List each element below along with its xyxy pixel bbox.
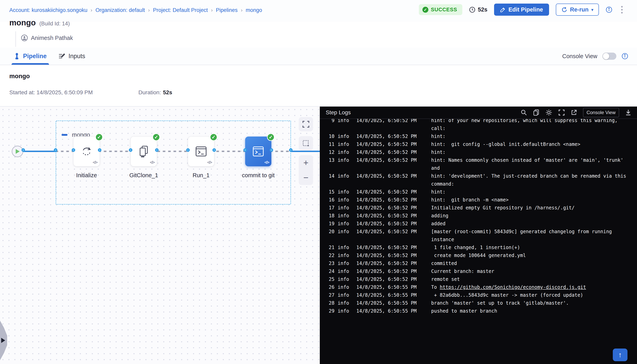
breadcrumb-link[interactable]: mongo bbox=[246, 7, 262, 13]
log-row: 11info14/8/2025, 6:50:52 PMhint: git con… bbox=[320, 140, 637, 148]
status-text: SUCCESS bbox=[431, 6, 457, 13]
log-level: info bbox=[334, 291, 356, 299]
pipeline-execution-page: Account: kurosakiichigo.songoku›Organiza… bbox=[0, 0, 637, 364]
canvas-fullscreen-button[interactable] bbox=[299, 117, 313, 132]
info-icon[interactable] bbox=[606, 6, 612, 13]
breadcrumb-link[interactable]: Account: kurosakiichigo.songoku bbox=[9, 7, 87, 13]
log-message: hint: git config --global init.defaultBr… bbox=[431, 140, 637, 148]
code-icon: </> bbox=[207, 160, 212, 165]
edit-pipeline-button[interactable]: Edit Pipeline bbox=[494, 4, 549, 16]
rerun-icon bbox=[561, 7, 567, 13]
rerun-button[interactable]: Re-run ▾ bbox=[556, 4, 599, 16]
step-success-badge: ✓ bbox=[152, 133, 160, 141]
tab-inputs[interactable]: Inputs bbox=[58, 48, 85, 65]
log-line-number: 20 bbox=[320, 228, 334, 244]
console-view-toggle[interactable] bbox=[602, 52, 616, 60]
log-message: Initialized empty Git repository in /har… bbox=[431, 204, 637, 212]
breadcrumb-link[interactable]: Pipelines bbox=[216, 7, 238, 13]
log-row: 12info14/8/2025, 6:50:52 PMhint: bbox=[320, 148, 637, 156]
log-settings-button[interactable] bbox=[545, 109, 552, 116]
log-message: hint: 'development'. The just-created br… bbox=[431, 172, 637, 188]
user-avatar-icon bbox=[21, 34, 28, 41]
connector-port bbox=[186, 148, 190, 152]
log-download-button[interactable] bbox=[625, 109, 632, 116]
log-open-new-tab-button[interactable] bbox=[571, 109, 577, 116]
log-row: 15info14/8/2025, 6:50:52 PMhint: bbox=[320, 188, 637, 196]
log-level: info bbox=[334, 244, 356, 252]
top-actions: ✓ SUCCESS 52s Edit Pipeline Re-run ▾ bbox=[419, 4, 625, 16]
console-view-button[interactable]: Console View bbox=[583, 108, 619, 117]
tab-inputs-label: Inputs bbox=[68, 52, 85, 60]
log-level: info bbox=[334, 172, 356, 188]
step-node-initialize[interactable]: </>✓ bbox=[74, 136, 100, 166]
download-icon bbox=[625, 109, 632, 116]
zoom-out-button[interactable]: − bbox=[299, 170, 313, 185]
connector-solid-start bbox=[23, 151, 57, 152]
success-check-icon: ✓ bbox=[422, 7, 428, 13]
breadcrumb-link[interactable]: Project: Default Project bbox=[153, 7, 208, 13]
canvas-select-button[interactable] bbox=[299, 136, 313, 150]
breadcrumb-link[interactable]: Organization: default bbox=[96, 7, 145, 13]
log-timestamp: 14/8/2025, 6:50:55 PM bbox=[356, 307, 431, 315]
step-node-gitclone_1[interactable]: </>✓ bbox=[130, 136, 157, 166]
log-line-number: 17 bbox=[320, 204, 334, 212]
scroll-to-top-button[interactable]: ↑ bbox=[613, 348, 628, 361]
author-name: Animesh Pathak bbox=[31, 35, 73, 41]
duration-label: Duration: bbox=[138, 89, 161, 96]
connector-port bbox=[54, 148, 57, 152]
step-node-run_1[interactable]: </>✓ bbox=[188, 136, 214, 166]
log-row: 13info14/8/2025, 6:50:52 PMhint: Names c… bbox=[320, 156, 637, 172]
log-timestamp: 14/8/2025, 6:50:52 PM bbox=[356, 156, 431, 172]
tab-bar: Pipeline Inputs Console View bbox=[0, 48, 637, 65]
top-header: Account: kurosakiichigo.songoku›Organiza… bbox=[0, 0, 637, 22]
pipeline-start-node[interactable] bbox=[12, 146, 23, 157]
log-search-button[interactable] bbox=[521, 109, 527, 116]
external-link-icon bbox=[571, 109, 577, 116]
log-row: 18info14/8/2025, 6:50:52 PMadding bbox=[320, 212, 637, 220]
log-message: create mode 100644 generated.yml bbox=[431, 252, 637, 260]
log-timestamp: 14/8/2025, 6:50:52 PM bbox=[356, 252, 431, 260]
log-copy-button[interactable] bbox=[533, 109, 539, 116]
pipeline-icon bbox=[14, 53, 20, 60]
step-node-commit-to-git[interactable]: </>✓ bbox=[245, 136, 271, 166]
log-message: adding bbox=[431, 212, 637, 220]
log-row: 28info14/8/2025, 6:50:55 PMbranch 'maste… bbox=[320, 299, 637, 307]
author-block: Animesh Pathak bbox=[16, 31, 73, 47]
git-clone-icon bbox=[138, 146, 149, 158]
log-level: info bbox=[334, 204, 356, 212]
connector-port bbox=[289, 148, 292, 152]
log-timestamp: 14/8/2025, 6:50:52 PM bbox=[356, 275, 431, 283]
breadcrumb: Account: kurosakiichigo.songoku›Organiza… bbox=[9, 7, 262, 13]
log-line-number: 11 bbox=[320, 140, 334, 148]
code-icon: </> bbox=[264, 160, 269, 165]
more-options-menu[interactable] bbox=[619, 5, 625, 15]
terminal-icon bbox=[252, 146, 264, 157]
log-repo-link[interactable]: https://github.com/Sonichigo/economy-dis… bbox=[440, 284, 586, 290]
log-message: hint: bbox=[431, 188, 637, 196]
step-logs-title: Step Logs bbox=[326, 109, 351, 116]
duration-value: 52s bbox=[478, 6, 487, 13]
log-level: info bbox=[334, 119, 356, 132]
console-view-info-icon[interactable] bbox=[622, 53, 628, 60]
log-line-number: 22 bbox=[320, 252, 334, 260]
log-message: committed bbox=[431, 260, 637, 267]
log-output[interactable]: 9info14/8/2025, 6:50:52 PMhint: of your … bbox=[320, 119, 637, 364]
log-line-number: 29 bbox=[320, 307, 334, 315]
zoom-in-button[interactable]: + bbox=[299, 155, 313, 170]
log-level: info bbox=[334, 140, 356, 148]
tab-pipeline[interactable]: Pipeline bbox=[14, 48, 47, 65]
pipeline-canvas[interactable]: mongo </>✓Initialize</>✓GitClone_1</>✓Ru… bbox=[0, 106, 320, 364]
collapse-stage-icon[interactable] bbox=[62, 134, 68, 136]
log-message: 1 file changed, 1 insertion(+) bbox=[431, 244, 637, 252]
connector-port bbox=[270, 148, 273, 152]
fullscreen-icon bbox=[302, 121, 310, 128]
log-level: info bbox=[334, 252, 356, 260]
expand-left-panel-handle[interactable] bbox=[0, 320, 7, 360]
log-timestamp: 14/8/2025, 6:50:52 PM bbox=[356, 220, 431, 228]
log-fullscreen-button[interactable] bbox=[558, 109, 565, 116]
log-timestamp: 14/8/2025, 6:50:52 PM bbox=[356, 188, 431, 196]
main-area: mongo </>✓Initialize</>✓GitClone_1</>✓Ru… bbox=[0, 106, 637, 364]
inputs-icon bbox=[58, 53, 65, 59]
log-message: To https://github.com/Sonichigo/economy-… bbox=[431, 283, 637, 291]
log-timestamp: 14/8/2025, 6:50:52 PM bbox=[356, 267, 431, 275]
